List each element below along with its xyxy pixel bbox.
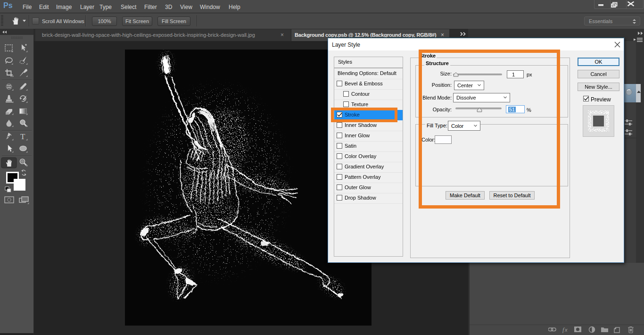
svg-text:x: x: [564, 327, 568, 333]
svg-text:T: T: [20, 132, 25, 141]
